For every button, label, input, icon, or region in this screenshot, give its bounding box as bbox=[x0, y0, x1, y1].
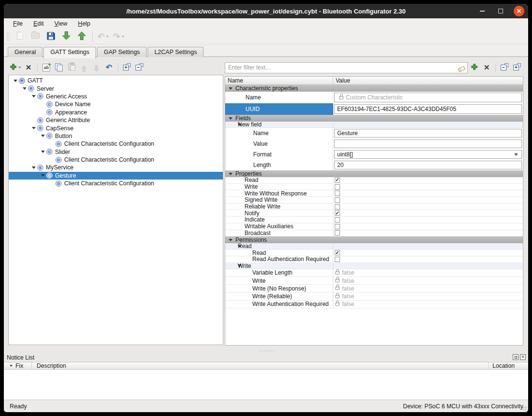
check-row-reliable-write[interactable]: Reliable Write bbox=[225, 204, 523, 210]
locked-row-write-reliable[interactable]: Write (Reliable)false bbox=[225, 292, 523, 300]
check-row-read-authentication-required[interactable]: Read Authentication Required bbox=[225, 256, 523, 263]
tree-item-server[interactable]: RServer bbox=[9, 84, 223, 92]
check-row-broadcast[interactable]: Broadcast bbox=[225, 230, 523, 237]
delete-button[interactable]: ✕ bbox=[23, 62, 34, 73]
rename-button[interactable]: ab bbox=[41, 62, 52, 73]
expander-icon[interactable] bbox=[31, 127, 36, 129]
tree-item-myservice[interactable]: SMyService bbox=[9, 164, 223, 171]
filter-input[interactable] bbox=[225, 62, 468, 73]
minimize-button[interactable] bbox=[477, 6, 488, 16]
check-row-write[interactable]: Write bbox=[225, 184, 523, 191]
titlebar[interactable]: /home/zst/ModusToolbox/workspace/low_pow… bbox=[4, 4, 528, 18]
menu-file[interactable]: File bbox=[8, 19, 28, 28]
tree-item-gesture[interactable]: CGesture bbox=[9, 172, 223, 180]
read-checkbox[interactable]: ✓ bbox=[335, 250, 340, 255]
close-button[interactable]: ✕ bbox=[514, 6, 524, 16]
undo-blue-button[interactable]: ↶ bbox=[104, 62, 114, 73]
locked-row-write-no-response[interactable]: Write (No Response)false bbox=[225, 285, 523, 292]
input-row-name[interactable]: NameGesture bbox=[225, 128, 523, 139]
value-input[interactable]: Custom Characteristic bbox=[334, 93, 522, 102]
indicate-checkbox[interactable] bbox=[335, 217, 340, 222]
writable-auxiliaries-checkbox[interactable] bbox=[335, 224, 340, 229]
input-row-length[interactable]: Length20 bbox=[225, 160, 523, 170]
tree-item-device-name[interactable]: CDevice Name bbox=[9, 100, 223, 108]
tree-item-client-characteristic-configuration[interactable]: DClient Characteristic Configuration bbox=[9, 180, 223, 187]
tab-l2cap-settings[interactable]: L2CAP Settings bbox=[148, 47, 204, 57]
tab-gap-settings[interactable]: GAP Settings bbox=[97, 47, 147, 57]
expander-icon[interactable] bbox=[31, 95, 36, 97]
expander-icon[interactable] bbox=[22, 87, 27, 90]
menu-help[interactable]: Help bbox=[73, 19, 96, 28]
value-input[interactable]: 20 bbox=[334, 161, 522, 169]
check-row-notify[interactable]: Notify✓ bbox=[225, 210, 523, 217]
tree-item-gatt[interactable]: PGATT bbox=[9, 77, 223, 84]
check-row-read[interactable]: Read✓ bbox=[225, 177, 523, 184]
tab-general[interactable]: General bbox=[8, 47, 42, 57]
locked-row-write[interactable]: Writefalse bbox=[225, 277, 523, 285]
reliable-write-checkbox[interactable] bbox=[335, 204, 340, 209]
tree-item-slider[interactable]: CSlider bbox=[9, 148, 223, 156]
value-dropdown[interactable]: uint8[] bbox=[334, 150, 522, 159]
resize-grip[interactable] bbox=[522, 406, 527, 411]
name-column-header[interactable]: Name bbox=[225, 77, 333, 84]
export-button[interactable] bbox=[75, 30, 88, 43]
horizontal-splitter[interactable] bbox=[258, 350, 274, 352]
float-panel-button[interactable] bbox=[513, 354, 518, 360]
broadcast-checkbox[interactable] bbox=[335, 230, 340, 236]
add-button[interactable] bbox=[469, 62, 479, 73]
check-row-write-without-response[interactable]: Write Without Response bbox=[225, 190, 523, 197]
value-input[interactable]: Gesture bbox=[334, 129, 522, 138]
subgroup-row-new-field[interactable]: New field bbox=[225, 122, 523, 128]
delete-button[interactable]: ✕ bbox=[481, 62, 492, 73]
group-row-properties[interactable]: Properties bbox=[225, 170, 523, 177]
expander-icon[interactable] bbox=[40, 151, 45, 153]
location-column-header[interactable]: Location bbox=[489, 362, 528, 369]
locked-row-write-authentication-required[interactable]: Write Authentication Requiredfalse bbox=[225, 301, 523, 308]
input-row-uuid[interactable]: UUIDEF603194-7EC1-4825-93DC-A3C43DD45F05 bbox=[225, 103, 523, 115]
locked-row-variable-length[interactable]: Variable Lengthfalse bbox=[225, 269, 523, 277]
tree-item-generic-access[interactable]: SGeneric Access bbox=[9, 93, 223, 100]
tree-item-capsense[interactable]: SCapSense bbox=[9, 124, 223, 132]
collapse-all-button[interactable]: − bbox=[499, 62, 510, 73]
import-button[interactable] bbox=[60, 30, 72, 43]
tab-gatt-settings[interactable]: GATT Settings bbox=[43, 47, 96, 58]
value-input[interactable]: EF603194-7EC1-4825-93DC-A3C43DD45F05 bbox=[334, 104, 522, 114]
tree-item-appearance[interactable]: CAppearance bbox=[9, 109, 223, 116]
fix-column-header[interactable]: Fix bbox=[4, 362, 32, 369]
subgroup-row-read[interactable]: Read bbox=[225, 243, 523, 250]
check-row-writable-auxiliaries[interactable]: Writable Auxiliaries bbox=[225, 223, 523, 230]
add-button[interactable] bbox=[10, 62, 21, 73]
expand-all-button[interactable]: + bbox=[512, 62, 522, 73]
input-row-value[interactable]: Value bbox=[225, 139, 523, 149]
check-row-signed-write[interactable]: Signed Write bbox=[225, 197, 523, 204]
expander-icon[interactable] bbox=[13, 80, 18, 82]
tree-item-button[interactable]: CButton bbox=[9, 132, 223, 140]
expand-all-button[interactable]: + bbox=[122, 62, 132, 73]
select-row-format[interactable]: Formatuint8[] bbox=[225, 149, 523, 160]
tree-item-client-characteristic-configuration[interactable]: DClient Characteristic Configuration bbox=[9, 156, 223, 164]
toolbar-grip[interactable] bbox=[7, 32, 9, 42]
maximize-button[interactable] bbox=[495, 6, 506, 16]
write-without-response-checkbox[interactable] bbox=[335, 191, 340, 196]
collapse-all-button[interactable]: − bbox=[134, 62, 145, 73]
expander-icon[interactable] bbox=[31, 166, 36, 169]
group-expander-icon[interactable] bbox=[229, 239, 232, 241]
subgroup-row-write[interactable]: Write bbox=[225, 263, 523, 269]
value-column-header[interactable]: Value bbox=[333, 77, 523, 84]
group-expander-icon[interactable] bbox=[229, 87, 232, 90]
group-expander-icon[interactable] bbox=[229, 173, 232, 175]
signed-write-checkbox[interactable] bbox=[335, 197, 340, 203]
read-authentication-required-checkbox[interactable] bbox=[335, 257, 340, 262]
menu-edit[interactable]: Edit bbox=[28, 19, 49, 28]
save-button[interactable] bbox=[44, 30, 57, 43]
read-checkbox[interactable]: ✓ bbox=[335, 178, 340, 183]
check-row-indicate[interactable]: Indicate bbox=[225, 217, 523, 223]
tree-item-client-characteristic-configuration[interactable]: DClient Characteristic Configuration bbox=[9, 140, 223, 148]
description-column-header[interactable]: Description bbox=[32, 362, 489, 369]
close-panel-button[interactable]: ✕ bbox=[520, 354, 526, 360]
eraser-icon[interactable] bbox=[458, 66, 465, 72]
menu-view[interactable]: View bbox=[49, 19, 73, 28]
group-row-permissions[interactable]: Permissions bbox=[225, 236, 523, 243]
expander-icon[interactable] bbox=[40, 174, 45, 177]
group-expander-icon[interactable] bbox=[229, 117, 232, 120]
